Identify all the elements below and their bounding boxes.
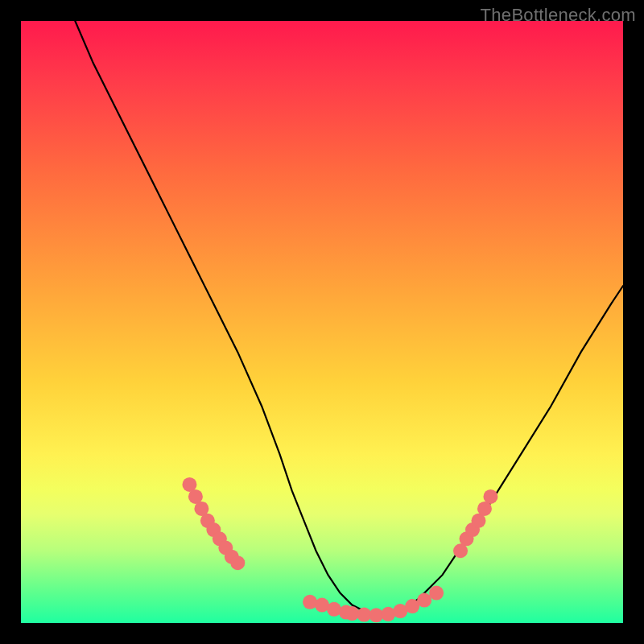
watermark-text: TheBottleneck.com: [481, 5, 636, 26]
data-marker: [327, 602, 341, 617]
data-markers: [182, 477, 497, 622]
data-marker: [483, 489, 497, 504]
data-marker: [230, 555, 245, 570]
bottleneck-curve: [75, 21, 623, 617]
data-marker: [429, 586, 444, 601]
chart-plot-area: [21, 21, 623, 623]
data-marker: [381, 607, 395, 621]
chart-frame: TheBottleneck.com: [0, 0, 644, 644]
chart-svg: [21, 21, 623, 623]
data-marker: [303, 595, 317, 609]
data-marker: [417, 593, 431, 608]
